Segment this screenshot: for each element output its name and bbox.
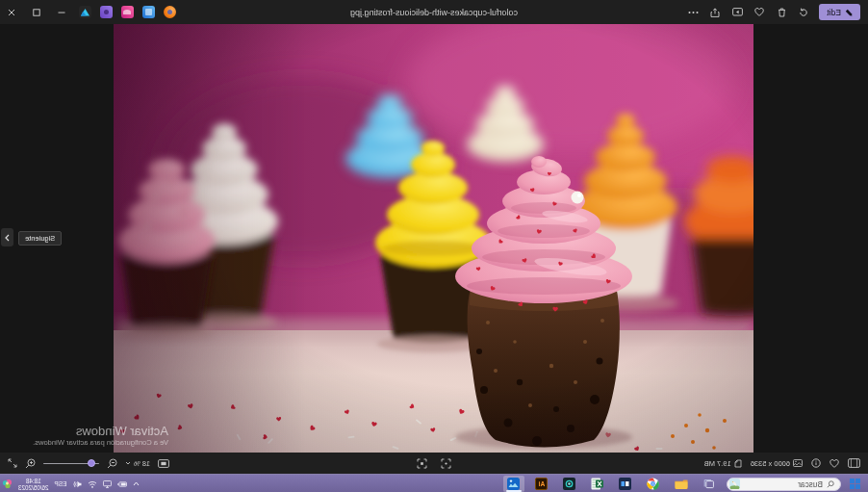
search-highlight-image [729,479,740,489]
dimensions-value: 6000 x 5336 [751,459,790,468]
file-size: 19.7 MB [704,459,742,468]
app-icon-chrome[interactable] [643,476,664,492]
pencil-icon [845,9,853,16]
search-icon [827,480,834,488]
taskbar-left: Buscar [503,475,862,492]
rotate-icon[interactable] [797,6,810,19]
close-button[interactable] [4,4,20,20]
file-size-value: 19.7 MB [704,459,731,468]
slideshow-icon[interactable] [730,6,744,19]
zoom-to-fit-icon[interactable] [441,458,451,469]
app-icon-dark-blue[interactable] [615,476,636,492]
orange-circle-core [167,10,172,14]
delete-icon[interactable] [775,6,788,19]
photo-toolbar: Edit [686,0,860,24]
next-tooltip: Siguiente [18,231,62,246]
photo-viewer-canvas: Activar Windows Ve a Configuración para … [0,24,868,453]
zoom-slider-thumb[interactable] [88,459,95,467]
app-icon-pink[interactable] [121,6,134,18]
app-icon-orange-circle[interactable] [164,6,176,18]
app-icon-excel[interactable] [587,476,608,492]
viewer-statusbar: 6000 x 5336 19.7 MB [0,453,868,474]
app-icon-teal-triangle[interactable] [79,6,91,18]
statusbar-center [417,453,451,474]
tray-colorful-icon[interactable] [2,479,13,489]
blue-square-glyph [145,9,152,15]
edit-button[interactable]: Edit [819,4,860,20]
task-view-button[interactable] [699,476,720,492]
start-button[interactable] [848,477,862,491]
zoom-in-icon[interactable] [25,458,36,469]
hidden-icons-chevron[interactable] [133,481,140,486]
actual-size-icon[interactable] [417,458,427,469]
app-icon-dark-teal[interactable] [559,476,580,492]
statusbar-left: 6000 x 5336 19.7 MB [704,453,860,474]
fit-window-icon[interactable] [158,459,169,468]
screen: Edit [0,0,868,492]
clock-time: 18:48 [18,478,49,484]
app-icon-photos-active[interactable] [503,476,524,492]
app-icon-illustrator[interactable]: Ai [531,476,552,492]
illustrator-letters: Ai [536,478,549,490]
zoom-out-icon[interactable] [107,458,117,469]
display-icon[interactable] [103,480,112,488]
minimize-button[interactable] [54,4,70,20]
favorite-status-icon[interactable] [830,459,839,468]
fullscreen-icon[interactable] [8,458,17,468]
window-title: colorful-cupcakes-with-delicious-frostin… [350,8,518,17]
clock[interactable]: 18:48 26/05/2023 [18,478,49,491]
favorite-icon[interactable] [753,6,766,19]
chevron-down-icon [125,461,131,465]
titlebar: Edit [0,0,868,24]
titlebar-right [4,0,176,24]
file-info-icon[interactable] [811,458,821,468]
taskbar-tray: ESP 18:48 26/05/2023 [2,475,140,492]
search-box[interactable]: Buscar [727,478,841,491]
statusbar-right: 18 % [8,453,169,474]
app-icon-purple-square[interactable] [100,6,113,18]
app-icon-file-explorer[interactable] [671,476,692,492]
share-icon[interactable] [708,6,722,19]
pink-glyph [124,10,132,14]
zoom-slider[interactable] [43,458,99,468]
image-dimensions: 6000 x 5336 [751,459,803,468]
more-options-icon[interactable] [686,6,700,19]
clock-date: 26/05/2023 [18,484,49,491]
dimensions-icon [793,459,803,467]
cupcakes-photo [114,24,753,453]
filmstrip-toggle-icon[interactable] [848,458,860,468]
edit-button-label: Edit [827,8,841,17]
search-placeholder: Buscar [744,479,823,489]
mirrored-desktop: Edit [0,0,868,492]
wifi-icon[interactable] [88,480,97,488]
battery-icon[interactable] [117,481,127,487]
app-icon-blue-square[interactable] [142,6,155,18]
taskbar: Buscar [0,474,868,492]
maximize-button[interactable] [29,4,45,20]
language-indicator[interactable]: ESP [55,480,67,487]
purple-square-glyph [104,10,109,14]
zoom-level-dropdown[interactable]: 18 % [125,459,150,468]
next-image-button[interactable] [1,228,13,246]
volume-icon[interactable] [73,480,82,488]
zoom-level-value: 18 % [134,459,150,468]
file-size-icon [734,459,742,468]
